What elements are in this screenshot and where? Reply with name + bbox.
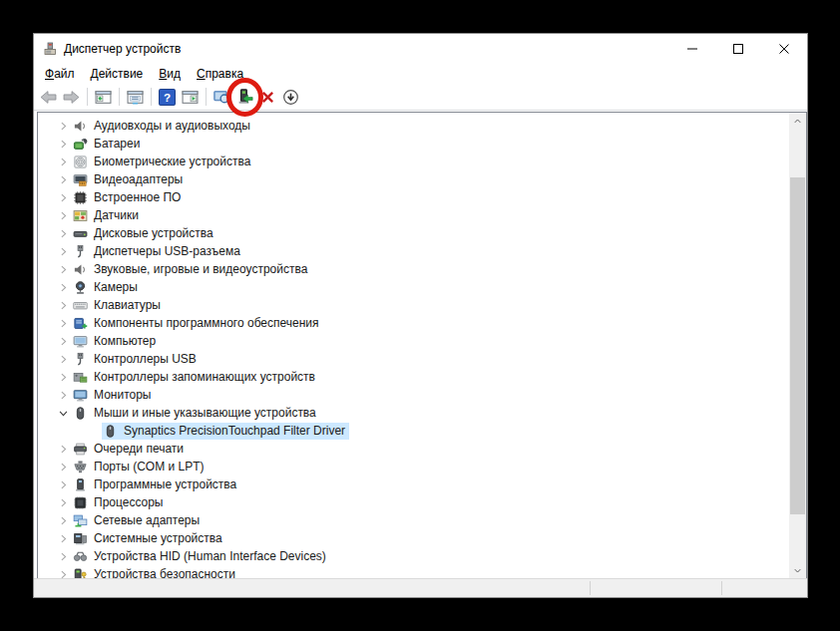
- chevron-right-icon[interactable]: [54, 297, 72, 313]
- back-arrow-button[interactable]: [37, 86, 60, 109]
- chevron-right-icon[interactable]: [54, 243, 72, 259]
- tree-item-content[interactable]: Мыши и иные указывающие устройства: [72, 405, 320, 422]
- tree-item[interactable]: Дисковые устройства: [38, 224, 789, 242]
- tree-item-content[interactable]: Диспетчеры USB-разъема: [72, 243, 244, 260]
- tree-item-content[interactable]: Процессоры: [72, 494, 168, 511]
- tree-item[interactable]: Датчики: [38, 206, 789, 224]
- hid-icon: [73, 549, 88, 564]
- tree-item-content[interactable]: Компьютер: [72, 333, 160, 350]
- close-button[interactable]: [761, 34, 807, 63]
- tree-item-child[interactable]: Synaptics PrecisionTouchpad Filter Drive…: [38, 422, 789, 440]
- chevron-right-icon[interactable]: [54, 512, 72, 528]
- chevron-right-icon[interactable]: [54, 136, 72, 152]
- chevron-right-icon[interactable]: [54, 459, 72, 474]
- tree-item[interactable]: Биометрические устройства: [38, 153, 789, 170]
- tree-item-content[interactable]: Дисковые устройства: [72, 225, 217, 242]
- scrollbar-thumb[interactable]: [790, 177, 805, 514]
- forward-arrow-icon: [63, 89, 80, 106]
- tree-item[interactable]: Звуковые, игровые и видеоустройства: [38, 260, 789, 278]
- tree-item-content[interactable]: Контроллеры запоминающих устройств: [72, 369, 319, 386]
- window-controls: [669, 34, 807, 63]
- tree-item[interactable]: Программные устройства: [38, 475, 789, 493]
- chevron-right-icon[interactable]: [54, 351, 72, 367]
- chevron-right-icon[interactable]: [54, 154, 72, 169]
- properties-button[interactable]: [124, 86, 147, 109]
- tree-item-content[interactable]: Системные устройства: [72, 530, 226, 547]
- chevron-right-icon[interactable]: [54, 476, 72, 492]
- chevron-right-icon[interactable]: [54, 189, 72, 205]
- tree-item-content[interactable]: Компоненты программного обеспечения: [72, 315, 323, 332]
- help-button[interactable]: ?: [156, 86, 179, 109]
- tree-item[interactable]: Диспетчеры USB-разъема: [38, 242, 789, 260]
- maximize-button[interactable]: [715, 34, 761, 63]
- chevron-right-icon[interactable]: [54, 530, 72, 546]
- tree-item[interactable]: Камеры: [38, 278, 789, 296]
- tree-item[interactable]: Мыши и иные указывающие устройства: [38, 404, 789, 422]
- tree-item-content[interactable]: Датчики: [72, 207, 143, 224]
- chevron-right-icon[interactable]: [54, 225, 72, 241]
- chevron-right-icon[interactable]: [54, 548, 72, 564]
- chevron-down-icon[interactable]: [54, 405, 72, 421]
- tree-item-content[interactable]: Контроллеры USB: [72, 351, 201, 368]
- tree-item[interactable]: Устройства HID (Human Interface Devices): [38, 547, 789, 565]
- svg-text:?: ?: [164, 90, 171, 103]
- tree-item[interactable]: Батареи: [38, 135, 789, 153]
- tree-item-content[interactable]: Камеры: [72, 279, 142, 296]
- chevron-right-icon[interactable]: [54, 387, 72, 403]
- tree-item-content[interactable]: Сетевые адаптеры: [72, 512, 204, 529]
- forward-arrow-button[interactable]: [60, 86, 83, 109]
- tree-item[interactable]: Встроенное ПО: [38, 188, 789, 206]
- tree-item[interactable]: Компьютер: [38, 332, 789, 350]
- tree-item[interactable]: Контроллеры запоминающих устройств: [38, 368, 789, 386]
- tree-item[interactable]: Порты (COM и LPT): [38, 458, 789, 475]
- tree-item-content[interactable]: Видеоадаптеры: [72, 171, 187, 188]
- menu-item-3[interactable]: Справка: [189, 65, 251, 83]
- chevron-right-icon[interactable]: [54, 494, 72, 510]
- tree-item-content[interactable]: Программные устройства: [72, 476, 240, 493]
- tree-item[interactable]: Процессоры: [38, 493, 789, 511]
- tree-item-content[interactable]: Порты (COM и LPT): [72, 459, 209, 475]
- tree-item-content[interactable]: Биометрические устройства: [72, 154, 254, 170]
- tree-item[interactable]: Сетевые адаптеры: [38, 511, 789, 529]
- chevron-right-icon[interactable]: [54, 333, 72, 349]
- tree-item[interactable]: Клавиатуры: [38, 296, 789, 314]
- tree-item-content[interactable]: Встроенное ПО: [72, 189, 185, 206]
- action-pane-button[interactable]: [179, 86, 202, 109]
- scan-hardware-button[interactable]: [210, 86, 233, 109]
- vertical-scrollbar[interactable]: [789, 113, 806, 579]
- menu-item-1[interactable]: Действие: [83, 65, 152, 83]
- tree-item[interactable]: Системные устройства: [38, 529, 789, 547]
- menu-item-0[interactable]: Файл: [37, 65, 83, 83]
- tree-item[interactable]: Мониторы: [38, 386, 789, 404]
- scroll-down-icon[interactable]: [789, 562, 806, 579]
- chevron-right-icon[interactable]: [54, 441, 72, 457]
- disable-device-icon: [282, 89, 299, 106]
- chevron-right-icon[interactable]: [54, 207, 72, 223]
- tree-item-content[interactable]: Аудиовходы и аудиовыходы: [72, 118, 254, 135]
- tree-item[interactable]: Компоненты программного обеспечения: [38, 314, 789, 332]
- tree-item-content[interactable]: Synaptics PrecisionTouchpad Filter Drive…: [102, 423, 349, 440]
- console-tree-button[interactable]: [92, 86, 115, 109]
- disable-device-button[interactable]: [279, 86, 302, 109]
- tree-item-content[interactable]: Звуковые, игровые и видеоустройства: [72, 261, 311, 278]
- tree-item-content[interactable]: Очереди печати: [72, 441, 188, 458]
- scroll-up-icon[interactable]: [789, 113, 806, 130]
- chevron-right-icon[interactable]: [54, 315, 72, 331]
- update-driver-button[interactable]: [233, 86, 256, 109]
- tree-item[interactable]: Очереди печати: [38, 440, 789, 458]
- tree-item[interactable]: Аудиовходы и аудиовыходы: [38, 117, 789, 135]
- tree-item[interactable]: Контроллеры USB: [38, 350, 789, 368]
- chevron-right-icon[interactable]: [54, 369, 72, 385]
- tree-item[interactable]: Видеоадаптеры: [38, 170, 789, 188]
- chevron-right-icon[interactable]: [54, 279, 72, 295]
- tree-item-content[interactable]: Устройства HID (Human Interface Devices): [72, 548, 330, 565]
- chevron-right-icon[interactable]: [54, 118, 72, 134]
- tree-item-content[interactable]: Батареи: [72, 136, 144, 153]
- minimize-button[interactable]: [669, 34, 715, 63]
- menu-item-2[interactable]: Вид: [151, 65, 189, 83]
- chevron-right-icon[interactable]: [54, 171, 72, 187]
- chevron-right-icon[interactable]: [54, 261, 72, 277]
- tree-item-content[interactable]: Клавиатуры: [72, 297, 165, 314]
- tree-item-content[interactable]: Мониторы: [72, 387, 155, 404]
- uninstall-button[interactable]: [256, 86, 279, 109]
